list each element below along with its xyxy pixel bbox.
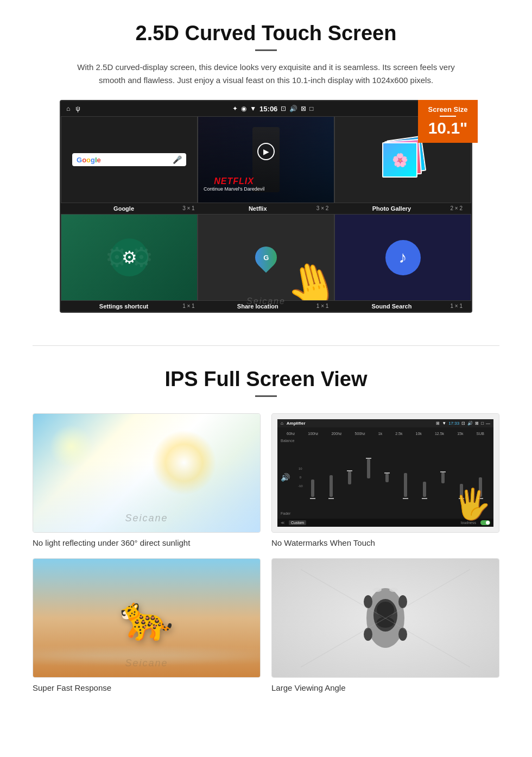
status-center: ✦ ◉ ▼ 15:06 ⊡ 🔊 ⊠ □ [232, 105, 313, 113]
angle-line-4 [301, 618, 385, 667]
cheetah-image: 🐆 Seicane [33, 558, 261, 678]
mic-icon: 🎤 [173, 155, 182, 164]
maps-label: Share location [199, 303, 316, 310]
bluetooth-icon: ✦ [232, 105, 238, 112]
eq-bar-3 [341, 456, 358, 499]
angle-line-1 [385, 569, 470, 619]
amp-freq-labels: 60hz100hz200hz500hz1k2.5k10k12.5k15kSUB [280, 430, 491, 438]
sunlight-background: Seicane [33, 414, 260, 532]
netflix-size: 3 × 2 [316, 205, 329, 212]
status-bar: ⌂ ψ ✦ ◉ ▼ 15:06 ⊡ 🔊 ⊠ □ [61, 101, 471, 116]
section1-description: With 2.5D curved-display screen, this de… [76, 61, 456, 87]
gallery-size: 2 × 2 [450, 205, 463, 212]
title-underline [255, 49, 277, 51]
camera-icon: ⊡ [281, 105, 286, 112]
amplifier-label: No Watermarks When Touch [271, 538, 499, 547]
amp-body: 60hz100hz200hz500hz1k2.5k10k12.5k15kSUB … [277, 427, 493, 519]
eq-bar-2 [322, 456, 340, 499]
badge-title: Screen Size [426, 105, 470, 113]
feature-car: Large Viewing Angle [271, 558, 499, 692]
settings-bg-circles: ⚙⚙ [105, 242, 154, 273]
app-grid-bottom: ⚙⚙ ⚙ G 🤚 [61, 214, 471, 301]
sunlight-watermark: Seicane [125, 513, 168, 524]
netflix-label: NETFLIX Continue Marvel's Daredevil [204, 176, 264, 192]
gallery-label: Photo Gallery [333, 205, 450, 212]
photo-stack: 🌸 [381, 138, 425, 181]
eq-bar-1 [304, 456, 321, 499]
netflix-label-bottom: Netflix [199, 205, 316, 212]
cheetah-background: 🐆 Seicane [33, 559, 260, 677]
settings-cell[interactable]: ⚙⚙ ⚙ [61, 214, 198, 301]
car-label: Large Viewing Angle [271, 683, 499, 692]
status-left: ⌂ ψ [66, 105, 80, 112]
eq-bar-4 [360, 456, 377, 499]
battery-icon: ⊠ [301, 105, 306, 112]
google-search-bar[interactable]: Google 🎤 [72, 153, 186, 166]
netflix-logo: NETFLIX [204, 176, 264, 186]
toggle-thumb [486, 521, 490, 525]
amp-eq-area: Balance 🔊 Fader 10 0 -10 [280, 438, 491, 516]
google-cell[interactable]: Google 🎤 [61, 116, 198, 203]
amp-home-icon: ⌂ [281, 421, 283, 426]
sunlight-image: Seicane [33, 413, 261, 533]
amp-wrapper: ⌂ Amplifier ⊞▼17:33⊡🔊⊠□— 60hz100hz200hz5… [272, 414, 499, 532]
amp-prev-icon: ≪ [281, 521, 284, 525]
music-icon-circle: ♪ [385, 240, 421, 275]
music-size: 1 × 1 [450, 303, 463, 310]
amp-title: Amplifier [287, 421, 306, 426]
music-cell[interactable]: ♪ [334, 214, 471, 301]
amp-toggle[interactable] [480, 520, 490, 525]
feature-grid: Seicane No light reflecting under 360° d… [33, 413, 499, 692]
music-note-icon: ♪ [399, 248, 407, 267]
device-wrapper: Screen Size 10.1" ⌂ ψ ✦ ◉ ▼ 15:06 ⊡ 🔊 ⊠ [60, 100, 472, 313]
eq-bar-8 [434, 456, 452, 499]
amp-equalizer-bars: 10 0 -10 [296, 438, 491, 516]
screen-size-badge: Screen Size 10.1" [418, 100, 478, 143]
feature-amplifier: ⌂ Amplifier ⊞▼17:33⊡🔊⊠□— 60hz100hz200hz5… [271, 413, 499, 547]
location-icon: ◉ [241, 105, 246, 112]
toggle-track [480, 520, 490, 525]
photo-3: 🌸 [382, 142, 417, 178]
music-label: Sound Search [333, 303, 450, 310]
car-background [272, 559, 499, 677]
home-icon[interactable]: ⌂ [66, 105, 70, 112]
window-icon: □ [309, 105, 313, 112]
app-grid-top: Google 🎤 ▶ NETFLIX Con [61, 116, 471, 203]
eq-bar-6 [397, 456, 414, 499]
cell-labels-row-bottom: Settings shortcut 1 × 1 Share location 1… [61, 301, 471, 312]
badge-underline [440, 116, 456, 117]
section-ips-screen: IPS Full Screen View Seicane No light re… [0, 362, 532, 709]
maps-size: 1 × 1 [316, 303, 329, 310]
eq-bar-5 [378, 456, 396, 499]
angle-line-3 [301, 569, 385, 619]
section1-title: 2.5D Curved Touch Screen [33, 22, 499, 45]
netflix-cell[interactable]: ▶ NETFLIX Continue Marvel's Daredevil [198, 116, 334, 203]
settings-label: Settings shortcut [65, 303, 182, 310]
section2-underline [255, 395, 277, 397]
usb-icon: ψ [75, 105, 80, 112]
feature-cheetah: 🐆 Seicane Super Fast Response [33, 558, 261, 692]
angle-line-2 [385, 618, 470, 667]
amp-scale: 10 0 -10 [298, 440, 303, 514]
amp-side-labels: Balance 🔊 Fader [280, 438, 296, 516]
amp-screen: ⌂ Amplifier ⊞▼17:33⊡🔊⊠□— 60hz100hz200hz5… [277, 419, 493, 527]
cheetah-icon: 🐆 [119, 592, 174, 644]
eq-bar-7 [416, 456, 433, 499]
amp-icons: ⊞▼17:33⊡🔊⊠□— [436, 421, 490, 426]
amp-custom-btn: Custom [289, 520, 306, 525]
google-label: Google [65, 205, 182, 212]
status-time: 15:06 [259, 105, 277, 113]
wifi-icon: ▼ [250, 105, 256, 112]
sunlight-label: No light reflecting under 360° direct su… [33, 538, 261, 547]
amp-hand: 🖐 [454, 487, 491, 522]
flower-icon: 🌸 [385, 146, 414, 174]
netflix-play-button[interactable]: ▶ [257, 143, 275, 160]
maps-cell[interactable]: G 🤚 [198, 214, 334, 301]
settings-size: 1 × 1 [182, 303, 195, 310]
maps-pin: G [251, 242, 282, 273]
section-curved-screen: 2.5D Curved Touch Screen With 2.5D curve… [0, 0, 532, 329]
car-image [271, 558, 499, 678]
amplifier-image: ⌂ Amplifier ⊞▼17:33⊡🔊⊠□— 60hz100hz200hz5… [271, 413, 499, 533]
cheetah-label: Super Fast Response [33, 683, 261, 692]
google-size: 3 × 1 [182, 205, 195, 212]
